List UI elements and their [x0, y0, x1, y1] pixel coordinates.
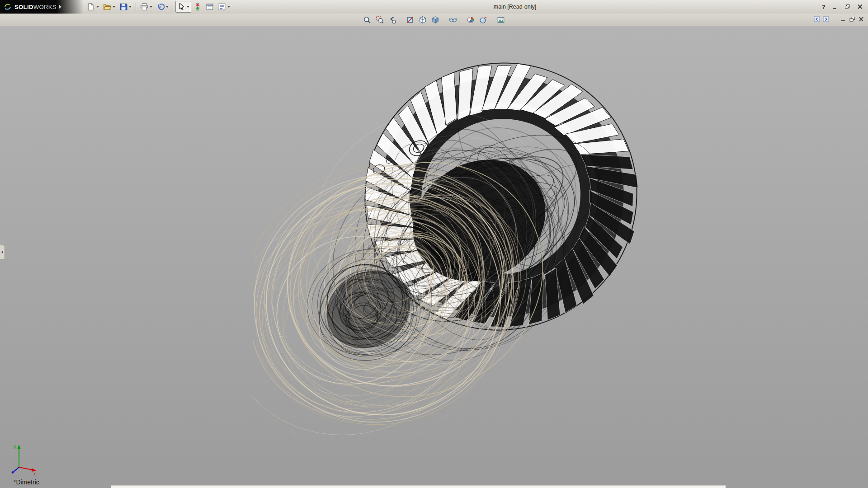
zoom-to-area-icon — [376, 16, 384, 24]
doc-minimize-button[interactable] — [840, 16, 846, 24]
dropdown-arrow-icon[interactable] — [113, 6, 115, 8]
view-settings-icon — [497, 16, 505, 24]
previous-view-icon — [388, 16, 396, 24]
graphics-area[interactable]: y x *Dimetric — [0, 26, 868, 488]
display-style-icon — [431, 16, 439, 24]
titlebar: SOLIDWORKS — [0, 0, 868, 14]
document-window-controls — [814, 14, 864, 26]
restore-button[interactable] — [844, 4, 851, 10]
next-document-button[interactable] — [823, 16, 829, 24]
doc-minimize-icon — [840, 16, 846, 22]
section-view-icon — [406, 16, 414, 24]
save-icon — [119, 3, 127, 11]
dropdown-arrow-icon[interactable] — [166, 6, 169, 8]
display-style-button[interactable] — [429, 14, 441, 26]
edit-appearance-icon — [467, 16, 475, 24]
toolbar-separator — [136, 3, 136, 11]
new-document-icon — [87, 3, 95, 11]
view-settings-button[interactable] — [495, 14, 507, 26]
solidworks-window: SOLIDWORKS — [0, 0, 868, 488]
selection-filter-icon — [193, 3, 202, 11]
zoom-to-area-button[interactable] — [374, 14, 386, 26]
headsup-toolbar — [361, 14, 507, 26]
previous-view-button[interactable] — [387, 14, 398, 26]
dropdown-arrow-icon[interactable] — [129, 6, 132, 8]
properties-icon — [206, 3, 214, 11]
options-button[interactable] — [216, 1, 232, 13]
close-icon — [857, 4, 863, 9]
open-document-button[interactable] — [101, 1, 117, 13]
zoom-to-fit-button[interactable] — [361, 14, 373, 26]
apply-scene-icon — [479, 16, 487, 24]
edit-appearance-button[interactable] — [465, 14, 476, 26]
select-button[interactable] — [175, 1, 191, 13]
document-title: main [Read-only] — [494, 0, 537, 14]
doc-restore-button[interactable] — [849, 16, 855, 24]
hide-show-items-button[interactable] — [447, 14, 459, 26]
main-toolbar — [85, 0, 232, 14]
featuremanager-collapse-tab[interactable] — [0, 245, 5, 259]
toolbar-separator — [173, 3, 173, 11]
print-icon — [140, 3, 148, 11]
model-wireframe-turbine[interactable] — [253, 54, 642, 439]
doc-restore-icon — [849, 16, 855, 22]
undo-button[interactable] — [155, 1, 170, 13]
help-button[interactable]: ? — [822, 4, 826, 10]
view-orientation-button[interactable] — [417, 14, 429, 26]
apply-scene-button[interactable] — [477, 14, 489, 26]
window-controls: ? — [822, 0, 863, 14]
selection-filter-toggle-button[interactable] — [192, 1, 203, 13]
dropdown-arrow-icon[interactable] — [187, 6, 189, 8]
zoom-to-fit-icon — [363, 16, 371, 24]
taskbar-edge — [111, 485, 726, 488]
triad-x-label: x — [33, 471, 36, 475]
brand-text-light: WORKS — [33, 4, 57, 10]
minimize-button[interactable] — [831, 4, 838, 10]
view-orientation-label: *Dimetric — [14, 479, 39, 486]
dropdown-arrow-icon[interactable] — [227, 6, 230, 8]
brand-expand-icon — [59, 5, 61, 9]
section-view-button[interactable] — [404, 14, 416, 26]
dropdown-arrow-icon[interactable] — [96, 6, 99, 8]
view-orientation-icon — [419, 16, 427, 24]
print-button[interactable] — [138, 1, 154, 13]
restore-icon — [844, 4, 850, 9]
new-document-button[interactable] — [85, 1, 101, 13]
dropdown-arrow-icon[interactable] — [150, 6, 152, 8]
doc-close-button[interactable] — [858, 16, 864, 24]
solidworks-menu-logo[interactable]: SOLIDWORKS — [0, 0, 84, 14]
undo-icon — [156, 3, 165, 11]
3ds-logo-icon — [3, 3, 12, 10]
doc-close-icon — [858, 16, 864, 22]
minimize-icon — [832, 4, 838, 9]
collapse-arrow-icon — [1, 250, 3, 254]
close-button[interactable] — [856, 4, 863, 10]
select-cursor-icon — [177, 3, 185, 11]
brand-text-bold: SOLID — [14, 4, 33, 10]
headsup-toolbar-row — [0, 14, 868, 26]
properties-button[interactable] — [204, 1, 216, 13]
previous-document-button[interactable] — [814, 16, 820, 24]
options-icon — [218, 3, 226, 11]
triad-y-label: y — [14, 444, 16, 449]
save-button[interactable] — [118, 1, 133, 13]
open-folder-icon — [103, 3, 111, 11]
reference-triad: y x — [8, 441, 41, 475]
hide-show-items-icon — [449, 16, 457, 24]
next-document-icon — [823, 16, 829, 22]
previous-document-icon — [814, 16, 820, 22]
